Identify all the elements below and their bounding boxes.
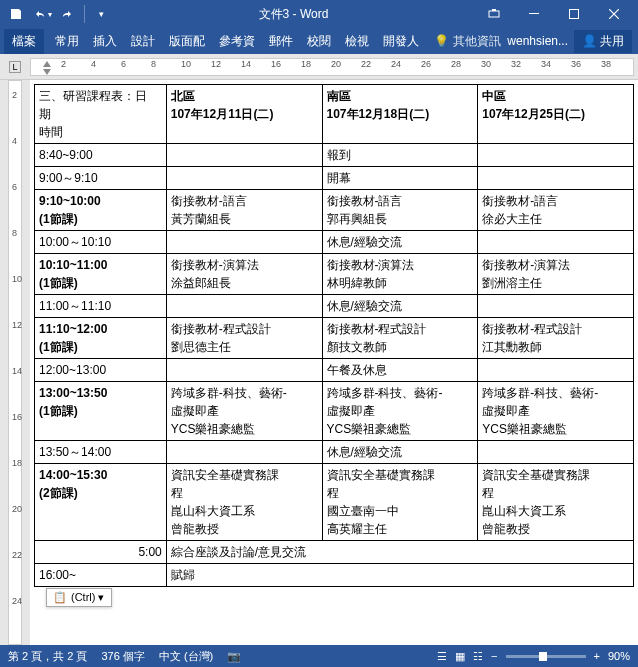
table-cell[interactable]: 開幕 <box>322 167 478 190</box>
table-cell[interactable]: 跨域多群-科技、藝術-虛擬即產YCS樂祖豪總監 <box>322 382 478 441</box>
zoom-slider[interactable] <box>506 655 586 658</box>
table-cell[interactable] <box>478 167 634 190</box>
table-cell[interactable] <box>166 295 322 318</box>
table-cell[interactable] <box>166 144 322 167</box>
table-cell[interactable]: 10:00～10:10 <box>35 231 167 254</box>
vertical-ruler[interactable]: 24681012141618202224 <box>0 80 30 645</box>
table-cell[interactable] <box>166 441 322 464</box>
zoom-out-icon[interactable]: − <box>491 650 497 662</box>
zoom-in-icon[interactable]: + <box>594 650 600 662</box>
table-cell[interactable]: 13:00~13:50(1節課) <box>35 382 167 441</box>
redo-icon[interactable] <box>56 2 80 26</box>
tab-developer[interactable]: 開發人 <box>376 29 426 54</box>
tab-file[interactable]: 檔案 <box>4 29 44 54</box>
tab-mailings[interactable]: 郵件 <box>262 29 300 54</box>
maximize-icon[interactable] <box>554 0 594 28</box>
minimize-icon[interactable] <box>514 0 554 28</box>
save-icon[interactable] <box>4 2 28 26</box>
table-cell[interactable]: 資訊安全基礎實務課程國立臺南一中高英耀主任 <box>322 464 478 541</box>
table-cell[interactable] <box>478 441 634 464</box>
table-cell[interactable]: 報到 <box>322 144 478 167</box>
undo-icon[interactable]: ▾ <box>30 2 54 26</box>
table-cell[interactable]: 銜接教材-程式設計江其勳教師 <box>478 318 634 359</box>
table-cell[interactable]: 南區107年12月18日(二) <box>322 85 478 144</box>
table-cell[interactable]: 銜接教材-程式設計顏技文教師 <box>322 318 478 359</box>
table-cell[interactable]: 休息/經驗交流 <box>322 441 478 464</box>
table-cell[interactable]: 11:10~12:00(1節課) <box>35 318 167 359</box>
table-cell[interactable] <box>478 295 634 318</box>
svg-rect-3 <box>570 10 579 19</box>
table-cell[interactable]: 跨域多群-科技、藝術-虛擬即產YCS樂祖豪總監 <box>478 382 634 441</box>
table-cell[interactable]: 銜接教材-語言徐必大主任 <box>478 190 634 231</box>
document-page[interactable]: 三、研習課程表：日期時間 北區107年12月11日(二) 南區107年12月18… <box>30 80 638 645</box>
tab-home[interactable]: 常用 <box>48 29 86 54</box>
status-words[interactable]: 376 個字 <box>101 649 144 664</box>
table-cell[interactable]: 休息/經驗交流 <box>322 295 478 318</box>
table-cell[interactable]: 14:00~15:30(2節課) <box>35 464 167 541</box>
status-lang[interactable]: 中文 (台灣) <box>159 649 213 664</box>
table-cell[interactable]: 10:10~11:00(1節課) <box>35 254 167 295</box>
table-cell[interactable]: 16:00~ <box>35 564 167 587</box>
zoom-level[interactable]: 90% <box>608 650 630 662</box>
table-cell[interactable]: 銜接教材-演算法劉洲溶主任 <box>478 254 634 295</box>
table-cell[interactable] <box>166 231 322 254</box>
table-cell[interactable]: 8:40~9:00 <box>35 144 167 167</box>
table-cell[interactable]: 綜合座談及討論/意見交流 <box>166 541 633 564</box>
table-cell[interactable]: 銜接教材-語言郭再興組長 <box>322 190 478 231</box>
tab-design[interactable]: 設計 <box>124 29 162 54</box>
tab-layout[interactable]: 版面配 <box>162 29 212 54</box>
ruler-corner: L <box>0 54 30 79</box>
table-cell[interactable]: 資訊安全基礎實務課程崑山科大資工系曾龍教授 <box>166 464 322 541</box>
window-title: 文件3 - Word <box>113 6 474 23</box>
table-cell[interactable] <box>478 231 634 254</box>
status-page[interactable]: 第 2 頁，共 2 頁 <box>8 649 87 664</box>
status-record-icon[interactable]: 📷 <box>227 650 241 663</box>
svg-rect-0 <box>489 11 499 17</box>
tab-view[interactable]: 檢視 <box>338 29 376 54</box>
view-web-icon[interactable]: ☷ <box>473 650 483 663</box>
table-cell[interactable]: 9:00～9:10 <box>35 167 167 190</box>
table-cell[interactable]: 休息/經驗交流 <box>322 231 478 254</box>
table-cell[interactable]: 午餐及休息 <box>322 359 478 382</box>
table-cell[interactable] <box>166 359 322 382</box>
tab-review[interactable]: 校閱 <box>300 29 338 54</box>
table-cell[interactable]: 5:00 <box>35 541 167 564</box>
table-cell[interactable]: 跨域多群-科技、藝術-虛擬即產YCS樂祖豪總監 <box>166 382 322 441</box>
table-cell[interactable] <box>166 167 322 190</box>
table-cell[interactable]: 9:10~10:00(1節課) <box>35 190 167 231</box>
view-read-icon[interactable]: ☰ <box>437 650 447 663</box>
user-name[interactable]: wenhsien... <box>507 34 568 48</box>
tab-references[interactable]: 參考資 <box>212 29 262 54</box>
share-button[interactable]: 👤 共用 <box>574 30 632 53</box>
table-cell[interactable]: 中區107年12月25日(二) <box>478 85 634 144</box>
table-cell[interactable] <box>478 144 634 167</box>
table-cell[interactable]: 11:00～11:10 <box>35 295 167 318</box>
table-cell[interactable]: 資訊安全基礎實務課程崑山科大資工系曾龍教授 <box>478 464 634 541</box>
table-cell[interactable]: 三、研習課程表：日期時間 <box>35 85 167 144</box>
tab-insert[interactable]: 插入 <box>86 29 124 54</box>
close-icon[interactable] <box>594 0 634 28</box>
share-label: 共用 <box>600 33 624 50</box>
view-print-icon[interactable]: ▦ <box>455 650 465 663</box>
tell-me[interactable]: 💡 其他資訊 <box>434 33 501 50</box>
table-cell[interactable]: 銜接教材-程式設計劉思德主任 <box>166 318 322 359</box>
lightbulb-icon: 💡 <box>434 34 449 48</box>
table-cell[interactable]: 銜接教材-語言黃芳蘭組長 <box>166 190 322 231</box>
table-cell[interactable]: 銜接教材-演算法涂益郎組長 <box>166 254 322 295</box>
table-cell[interactable]: 賦歸 <box>166 564 633 587</box>
tell-me-label: 其他資訊 <box>453 33 501 50</box>
share-icon: 👤 <box>582 34 597 48</box>
horizontal-ruler[interactable]: 2468101214161820222426283032343638 <box>30 58 634 76</box>
table-cell[interactable]: 13:50～14:00 <box>35 441 167 464</box>
paste-options-popup[interactable]: 📋 (Ctrl) ▾ <box>46 588 112 607</box>
svg-rect-1 <box>492 9 496 11</box>
table-cell[interactable]: 北區107年12月11日(二) <box>166 85 322 144</box>
table-cell[interactable] <box>478 359 634 382</box>
table-cell[interactable]: 12:00~13:00 <box>35 359 167 382</box>
ribbon-options-icon[interactable] <box>474 0 514 28</box>
table-cell[interactable]: 銜接教材-演算法林明緯教師 <box>322 254 478 295</box>
qat-customize-icon[interactable]: ▾ <box>89 2 113 26</box>
svg-rect-2 <box>529 13 539 14</box>
paste-label: (Ctrl) ▾ <box>71 591 105 604</box>
clipboard-icon: 📋 <box>53 591 67 604</box>
